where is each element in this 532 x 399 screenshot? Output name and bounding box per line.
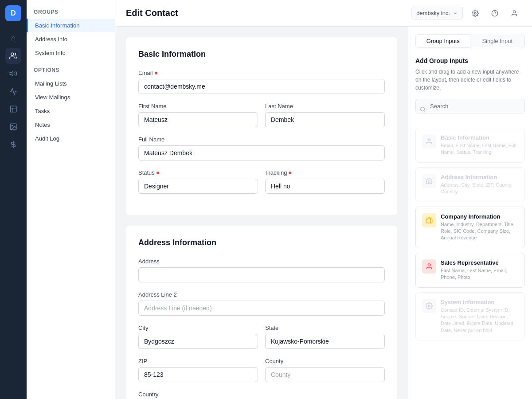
search-wrapper xyxy=(415,99,525,121)
group-card-basic-information[interactable]: Basic Information Email, First Name, Las… xyxy=(415,128,525,163)
address-info-group-name: Address Information xyxy=(441,174,518,180)
company-info-group-name: Company Information xyxy=(441,213,518,220)
zip-county-row: ZIP County xyxy=(138,358,385,382)
svg-point-12 xyxy=(428,139,430,141)
address-information-title: Address Information xyxy=(138,238,385,247)
tab-single-input[interactable]: Single Input xyxy=(470,34,525,48)
address-information-card: Address Information Address Address Line… xyxy=(126,226,397,399)
sidebar-item-address-info[interactable]: Address Info xyxy=(27,32,115,46)
options-section-label: Options xyxy=(27,67,115,77)
nav-contacts[interactable] xyxy=(5,48,21,64)
full-name-label: Full Name xyxy=(138,136,385,143)
svg-marker-1 xyxy=(10,71,13,76)
status-required xyxy=(156,172,159,174)
address2-input[interactable] xyxy=(138,301,385,316)
nav-automations[interactable] xyxy=(5,83,21,99)
settings-button[interactable] xyxy=(468,6,482,20)
basic-info-group-icon xyxy=(422,134,436,149)
brand-logo: D xyxy=(5,5,21,21)
sidebar-item-basic-information[interactable]: Basic Information xyxy=(27,19,115,32)
sidebar-item-system-info[interactable]: System Info xyxy=(27,46,115,60)
header: Edit Contact dembsky inc. xyxy=(115,0,532,27)
address-label: Address xyxy=(138,258,385,265)
last-name-group: Last Name xyxy=(265,103,385,127)
system-info-group-icon xyxy=(422,299,436,313)
sidebar-item-audit-log[interactable]: Audit Log xyxy=(27,132,115,145)
group-card-sales-representative[interactable]: Sales Representative First Name, Last Na… xyxy=(415,253,525,288)
right-panel: Group Inputs Single Input Add Group Inpu… xyxy=(408,27,532,399)
svg-point-4 xyxy=(12,125,12,126)
name-row: First Name Last Name xyxy=(138,103,385,127)
country-group: Country xyxy=(138,391,258,399)
city-group: City xyxy=(138,325,258,349)
full-name-group: Full Name xyxy=(138,136,385,160)
address-info-group-fields: Address, City, State, ZIP, County, Count… xyxy=(441,182,518,196)
nav-media[interactable] xyxy=(5,119,21,135)
sidebar-item-notes[interactable]: Notes xyxy=(27,118,115,132)
group-card-system-header: System Information Contact ID, External … xyxy=(422,299,518,334)
sidebar-item-tasks[interactable]: Tasks xyxy=(27,104,115,118)
sidebar-item-view-mailings[interactable]: View Mailings xyxy=(27,90,115,104)
svg-point-10 xyxy=(421,107,425,111)
sales-rep-group-text: Sales Representative First Name, Last Na… xyxy=(441,259,518,281)
first-name-label: First Name xyxy=(138,103,258,110)
nav-campaigns[interactable] xyxy=(5,66,21,82)
chevron-down-icon xyxy=(453,11,458,16)
help-button[interactable] xyxy=(488,6,502,20)
search-icon xyxy=(420,106,426,113)
full-name-input[interactable] xyxy=(138,145,385,160)
state-label: State xyxy=(265,325,385,331)
tracking-required xyxy=(289,172,291,174)
company-info-group-icon xyxy=(422,213,436,227)
svg-rect-2 xyxy=(10,106,16,112)
sidebar-item-mailing-lists[interactable]: Mailing Lists xyxy=(27,77,115,90)
group-card-company-header: Company Information Name, Industry, Depa… xyxy=(422,213,518,242)
state-input[interactable] xyxy=(265,334,385,349)
email-input[interactable] xyxy=(138,79,385,94)
icon-nav: D ⌂ xyxy=(0,0,27,399)
panel-add-title: Add Group Inputs xyxy=(415,57,525,64)
nav-billing[interactable] xyxy=(5,137,21,153)
group-card-basic-info-header: Basic Information Email, First Name, Las… xyxy=(422,134,518,156)
last-name-input[interactable] xyxy=(265,112,385,127)
form-area: Basic Information Email xyxy=(115,27,408,399)
svg-line-11 xyxy=(424,110,425,111)
last-name-label: Last Name xyxy=(265,103,385,110)
email-group: Email xyxy=(138,70,385,94)
page-title: Edit Contact xyxy=(126,8,178,18)
svg-point-0 xyxy=(11,53,14,55)
address2-row: Address Line 2 xyxy=(138,291,385,316)
basic-info-group-text: Basic Information Email, First Name, Las… xyxy=(441,134,518,156)
first-name-input[interactable] xyxy=(138,112,258,127)
tab-group-inputs[interactable]: Group Inputs xyxy=(416,34,470,48)
group-card-sales-header: Sales Representative First Name, Last Na… xyxy=(422,259,518,281)
first-name-group: First Name xyxy=(138,103,258,127)
zip-input[interactable] xyxy=(138,367,258,382)
sales-rep-group-name: Sales Representative xyxy=(441,259,518,266)
group-card-system-information[interactable]: System Information Contact ID, External … xyxy=(415,292,525,341)
org-selector[interactable]: dembsky inc. xyxy=(411,7,463,20)
zip-group: ZIP xyxy=(138,358,258,382)
city-label: City xyxy=(138,325,258,331)
group-card-company-information[interactable]: Company Information Name, Industry, Depa… xyxy=(415,207,525,248)
nav-reports[interactable] xyxy=(5,101,21,117)
sales-rep-group-fields: First Name, Last Name, Email, Phone, Pho… xyxy=(441,267,518,281)
county-input[interactable] xyxy=(265,367,385,382)
tracking-input[interactable] xyxy=(265,179,385,194)
header-right: dembsky inc. xyxy=(411,6,521,20)
system-info-group-text: System Information Contact ID, External … xyxy=(441,299,518,334)
email-required xyxy=(155,72,157,74)
help-icon xyxy=(491,10,498,17)
search-input[interactable] xyxy=(415,99,525,113)
state-group: State xyxy=(265,325,385,349)
status-input[interactable] xyxy=(138,179,258,194)
nav-home[interactable]: ⌂ xyxy=(5,30,21,46)
email-row: Email xyxy=(138,70,385,94)
group-card-address-information[interactable]: Address Information Address, City, State… xyxy=(415,167,525,202)
group-card-address-header: Address Information Address, City, State… xyxy=(422,174,518,196)
address-input[interactable] xyxy=(138,267,385,282)
basic-info-group-name: Basic Information xyxy=(441,134,518,141)
city-input[interactable] xyxy=(138,334,258,349)
country-row: Country xyxy=(138,391,385,399)
user-button[interactable] xyxy=(507,6,521,20)
